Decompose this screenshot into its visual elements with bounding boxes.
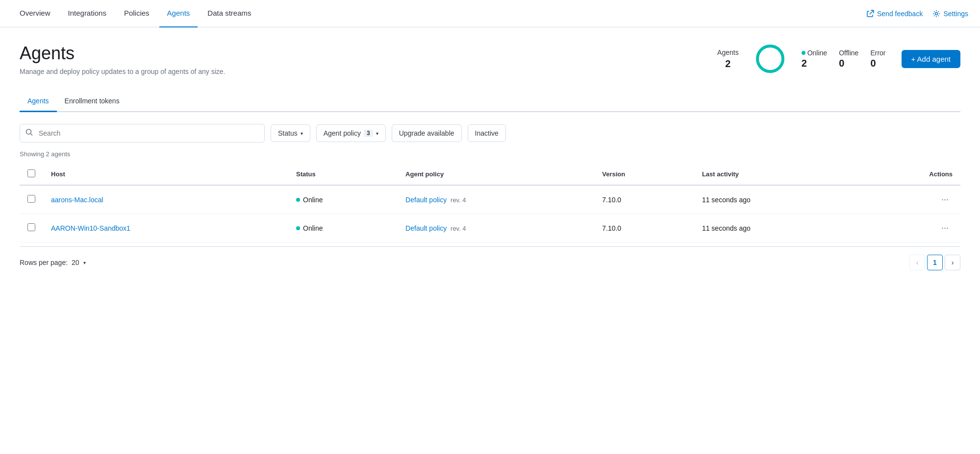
row-1-checkbox[interactable] (27, 195, 35, 203)
header-actions: Actions (859, 164, 960, 185)
table-body: aarons-Mac.local Online Default policy r… (20, 185, 960, 242)
svg-point-1 (757, 46, 783, 72)
error-stat-label: Error (870, 49, 885, 57)
row-1-policy-link[interactable]: Default policy (405, 196, 447, 204)
online-stat-value: 2 (802, 58, 807, 69)
row-1-host: aarons-Mac.local (43, 185, 288, 214)
nav-item-integrations[interactable]: Integrations (60, 0, 114, 27)
header-checkbox-cell (20, 164, 43, 185)
row-2-checkbox[interactable] (27, 223, 35, 231)
header-host: Host (43, 164, 288, 185)
donut-svg (754, 43, 786, 74)
main-content: Agents Manage and deploy policy updates … (0, 27, 980, 454)
rows-per-page-value: 20 (72, 259, 79, 266)
row-1-last-activity: 11 seconds ago (694, 185, 860, 214)
header-status: Status (288, 164, 398, 185)
online-label-text: Online (807, 49, 827, 57)
page-1-button[interactable]: 1 (927, 255, 943, 270)
online-dot (802, 51, 805, 55)
agent-policy-filter-label: Agent policy (324, 129, 361, 137)
row-2-host: AARON-Win10-Sandbox1 (43, 214, 288, 242)
row-2-policy-link[interactable]: Default policy (405, 224, 447, 232)
row-checkbox-cell (20, 185, 43, 214)
row-1-host-link[interactable]: aarons-Mac.local (51, 196, 103, 204)
error-label-text: Error (870, 49, 885, 57)
agent-policy-count-badge: 3 (364, 129, 373, 137)
row-2-actions-button[interactable]: ··· (937, 221, 953, 235)
upgrade-available-filter-button[interactable]: Upgrade available (392, 124, 462, 142)
tabs-container: Agents Enrollment tokens (20, 91, 960, 112)
row-2-version: 7.10.0 (594, 214, 694, 242)
row-2-host-link[interactable]: AARON-Win10-Sandbox1 (51, 224, 130, 232)
offline-label-text: Offline (839, 49, 858, 57)
svg-point-0 (935, 12, 938, 15)
nav-left: Overview Integrations Policies Agents Da… (12, 0, 259, 27)
error-stat: Error 0 (870, 49, 885, 69)
select-all-checkbox[interactable] (27, 169, 35, 177)
row-2-policy-rev: rev. 4 (451, 225, 466, 232)
next-page-button[interactable]: › (945, 255, 960, 270)
row-1-status-badge: Online (296, 196, 390, 204)
online-stat: Online 2 (802, 49, 827, 69)
offline-stat: Offline 0 (839, 49, 858, 69)
agent-policy-filter-button[interactable]: Agent policy 3 ▾ (316, 124, 386, 142)
agents-stat-value: 2 (725, 58, 730, 70)
page-title-section: Agents Manage and deploy policy updates … (20, 43, 226, 75)
table-row: aarons-Mac.local Online Default policy r… (20, 185, 960, 214)
row-2-actions: ··· (859, 214, 960, 242)
row-2-status: Online (288, 214, 398, 242)
agents-donut-chart (754, 43, 786, 74)
send-feedback-link[interactable]: Send feedback (866, 10, 923, 18)
agent-policy-chevron-icon: ▾ (376, 131, 378, 136)
status-filter-label: Status (278, 129, 298, 137)
stats-area: Agents 2 Online 2 (717, 43, 960, 74)
agents-stat-label: Agents (717, 48, 739, 56)
row-2-status-badge: Online (296, 224, 390, 232)
row-2-status-text: Online (303, 224, 323, 232)
search-input[interactable] (20, 124, 265, 143)
prev-page-button[interactable]: ‹ (909, 255, 925, 270)
status-filter-button[interactable]: Status ▾ (271, 124, 310, 142)
row-checkbox-cell (20, 214, 43, 242)
row-1-policy: Default policy rev. 4 (398, 185, 594, 214)
row-1-actions-button[interactable]: ··· (937, 192, 953, 207)
offline-stat-label: Offline (839, 49, 858, 57)
settings-label: Settings (943, 10, 968, 18)
inactive-filter-button[interactable]: Inactive (468, 124, 506, 142)
table-header: Host Status Agent policy Version Last ac… (20, 164, 960, 185)
filter-bar: Status ▾ Agent policy 3 ▾ Upgrade availa… (20, 124, 960, 143)
header-agent-policy: Agent policy (398, 164, 594, 185)
pagination: Rows per page: 20 ▾ ‹ 1 › (20, 246, 960, 278)
nav-item-policies[interactable]: Policies (116, 0, 157, 27)
nav-item-overview[interactable]: Overview (12, 0, 58, 27)
row-1-actions: ··· (859, 185, 960, 214)
settings-icon (932, 10, 940, 18)
table-row: AARON-Win10-Sandbox1 Online Default poli… (20, 214, 960, 242)
row-1-version: 7.10.0 (594, 185, 694, 214)
tab-agents[interactable]: Agents (20, 91, 57, 112)
svg-point-2 (760, 49, 780, 69)
rows-per-page[interactable]: Rows per page: 20 ▾ (20, 259, 86, 266)
page-title: Agents (20, 43, 226, 64)
nav-item-agents[interactable]: Agents (159, 0, 198, 27)
agents-stat: Agents 2 (717, 48, 739, 70)
rows-per-page-chevron: ▾ (83, 260, 86, 265)
row-2-last-activity: 11 seconds ago (694, 214, 860, 242)
nav-item-data-streams[interactable]: Data streams (200, 0, 259, 27)
nav-right: Send feedback Settings (866, 10, 968, 18)
add-agent-button[interactable]: + Add agent (902, 50, 961, 68)
svg-point-3 (26, 129, 31, 134)
table-header-row: Host Status Agent policy Version Last ac… (20, 164, 960, 185)
showing-count: Showing 2 agents (20, 150, 960, 158)
page-controls: ‹ 1 › (909, 255, 960, 270)
online-stat-label: Online (802, 49, 827, 57)
settings-link[interactable]: Settings (932, 10, 968, 18)
header-version: Version (594, 164, 694, 185)
row-1-status-text: Online (303, 196, 323, 204)
row-1-status: Online (288, 185, 398, 214)
header-last-activity: Last activity (694, 164, 860, 185)
error-stat-value: 0 (870, 58, 876, 69)
row-2-online-dot (296, 226, 300, 230)
top-nav: Overview Integrations Policies Agents Da… (0, 0, 980, 27)
tab-enrollment-tokens[interactable]: Enrollment tokens (57, 91, 127, 112)
